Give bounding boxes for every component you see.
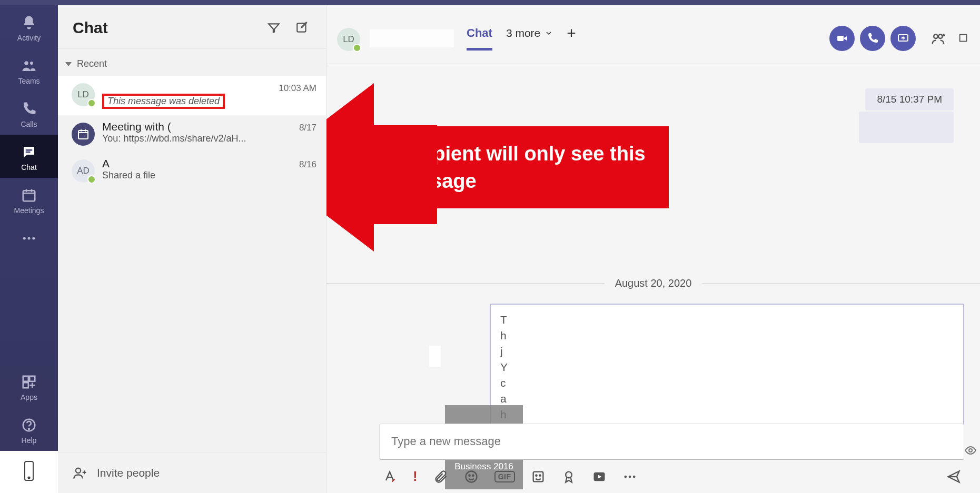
filter-button[interactable] (265, 19, 283, 37)
stream-button[interactable] (592, 469, 607, 484)
chat-list-item[interactable]: LD 10:03 AM This message was deleted (58, 76, 326, 115)
svg-point-1 (30, 62, 33, 65)
received-message-bubble: T h j Y c a h (490, 304, 964, 440)
bell-icon (21, 15, 37, 31)
emoji-button[interactable] (464, 469, 479, 484)
new-chat-button[interactable] (293, 19, 311, 37)
send-icon (946, 469, 961, 484)
nav-apps[interactable]: Apps (0, 365, 58, 408)
audio-call-button[interactable] (860, 26, 885, 51)
paperclip-icon (433, 469, 448, 484)
praise-button[interactable] (561, 469, 576, 484)
nav-calls[interactable]: Calls (0, 92, 58, 135)
video-call-button[interactable] (829, 26, 855, 51)
sticker-icon (531, 469, 546, 484)
contact-name (370, 29, 454, 47)
add-tab-button[interactable]: + (567, 24, 576, 53)
chat-item-title (102, 81, 105, 94)
attach-button[interactable] (433, 469, 448, 484)
teams-icon (21, 58, 37, 74)
section-label-text: Recent (77, 58, 107, 69)
svg-point-20 (934, 34, 938, 38)
svg-point-25 (469, 475, 470, 476)
svg-rect-9 (29, 376, 35, 381)
avatar: AD (72, 159, 95, 183)
svg-point-34 (632, 475, 635, 478)
tab-chat[interactable]: Chat (467, 26, 492, 51)
invite-people-icon (73, 466, 87, 480)
chat-item-title: Meeting with ( (102, 120, 171, 133)
conversation-pane: LD Chat 3 more + (326, 5, 980, 493)
nav-activity[interactable]: Activity (0, 5, 58, 48)
important-button[interactable]: ! (413, 468, 418, 485)
annotation-arrow: Recipient will only see this message (326, 83, 669, 251)
annotation-text: Recipient will only see this message (374, 126, 669, 208)
section-recent[interactable]: Recent (58, 49, 326, 76)
chat-list-item[interactable]: AD A 8/16 Shared a file (58, 152, 326, 189)
chat-item-time: 10:03 AM (279, 83, 316, 94)
nav-label: Apps (0, 393, 58, 401)
badge-icon (561, 469, 576, 484)
chat-icon (21, 144, 37, 160)
message-area: 8/15 10:37 PM Recipient will only see th… (326, 64, 980, 493)
svg-rect-16 (78, 130, 88, 139)
gif-button[interactable]: GIF (494, 471, 515, 482)
invite-people-button[interactable]: Invite people (58, 452, 326, 493)
nav-chat[interactable]: Chat (0, 135, 58, 178)
share-screen-button[interactable] (890, 26, 916, 51)
avatar: LD (72, 83, 95, 106)
message-timestamp: 8/15 10:37 PM (865, 88, 954, 110)
nav-label: Meetings (0, 206, 58, 215)
nav-label: Activity (0, 34, 58, 42)
nav-mobile[interactable] (0, 451, 58, 493)
nav-label: Help (0, 436, 58, 445)
svg-point-17 (76, 468, 81, 473)
send-button[interactable] (946, 469, 961, 484)
more-compose-button[interactable] (622, 469, 637, 484)
read-receipt-icon (964, 444, 977, 459)
dots-icon (622, 469, 637, 484)
msg-line: Y (500, 359, 954, 375)
svg-point-29 (539, 475, 540, 476)
nav-label: Chat (0, 163, 58, 172)
title-bar (0, 0, 980, 5)
screenshare-icon (897, 32, 909, 45)
sent-message-bubble (859, 112, 954, 143)
chevron-down-icon (65, 62, 72, 66)
msg-line: j (500, 344, 954, 359)
message-input[interactable] (379, 424, 964, 460)
chat-list-item[interactable]: Meeting with ( 8/17 You: https://wbd.ms/… (58, 115, 326, 152)
nav-more[interactable] (0, 221, 58, 253)
svg-rect-22 (960, 34, 967, 41)
mobile-icon (22, 460, 36, 481)
compose-icon (295, 21, 309, 35)
nav-meetings[interactable]: Meetings (0, 178, 58, 221)
nav-teams[interactable]: Teams (0, 48, 58, 92)
chat-item-title: A (102, 157, 110, 170)
msg-line: a (500, 391, 954, 407)
chat-list-header: Chat (58, 5, 326, 49)
msg-line: T (500, 312, 954, 328)
svg-rect-4 (23, 190, 35, 201)
chat-item-preview: This message was deleted (107, 96, 220, 106)
popout-icon[interactable] (958, 31, 969, 46)
phone-icon (866, 32, 879, 45)
tab-more[interactable]: 3 more (506, 27, 553, 50)
video-square-icon (592, 469, 607, 484)
chat-item-preview: You: https://wbd.ms/share/v2/aH... (102, 133, 316, 144)
chat-item-time: 8/16 (299, 159, 316, 170)
chat-item-preview: Shared a file (102, 170, 316, 181)
gif-icon: GIF (494, 471, 515, 482)
svg-point-33 (628, 475, 631, 478)
chevron-down-icon (545, 29, 553, 37)
svg-rect-3 (26, 152, 31, 153)
add-people-icon[interactable] (930, 31, 946, 46)
svg-point-12 (28, 428, 29, 429)
nav-label: Calls (0, 120, 58, 128)
avatar-initials: AD (77, 166, 90, 176)
date-divider-text: August 20, 2020 (605, 277, 702, 289)
format-button[interactable] (382, 469, 397, 484)
avatar-initials: LD (343, 34, 354, 45)
nav-help[interactable]: Help (0, 408, 58, 451)
sticker-button[interactable] (531, 469, 546, 484)
